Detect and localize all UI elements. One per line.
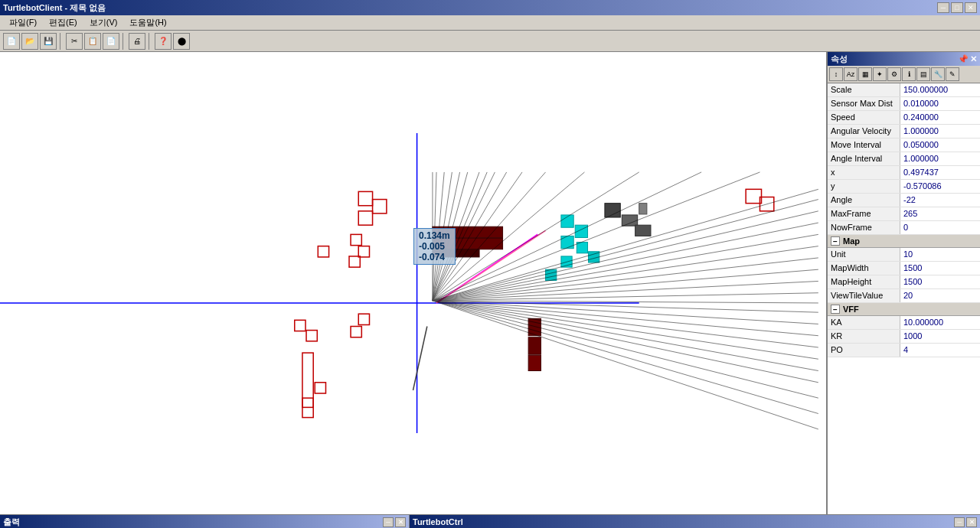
properties-pin[interactable]: 📌 bbox=[958, 54, 969, 64]
prop-max-frame-label: MaxFrame bbox=[828, 207, 900, 220]
props-tb-new[interactable]: ✦ bbox=[873, 67, 887, 81]
ctrl-close[interactable]: ✕ bbox=[966, 517, 977, 527]
prop-unit: Unit 10 bbox=[828, 248, 980, 262]
ctrl-minimize[interactable]: ─ bbox=[954, 517, 965, 527]
prop-angle-label: Angle bbox=[828, 194, 900, 207]
prop-view-tile-value-val[interactable]: 20 bbox=[900, 289, 980, 302]
log-title-buttons: ─ ✕ bbox=[383, 517, 406, 527]
main-layout: 0.134m -0.005 -0.074 속성 📌 ✕ ↕ Az ▦ ✦ ⚙ ℹ… bbox=[0, 52, 980, 514]
prop-po: PO 4 bbox=[828, 344, 980, 357]
prop-max-frame-value[interactable]: 265 bbox=[900, 207, 980, 220]
ctrl-title-buttons: ─ ✕ bbox=[954, 517, 977, 527]
menu-view[interactable]: 보기(V) bbox=[83, 15, 124, 30]
tb-paste[interactable]: 📄 bbox=[103, 33, 119, 50]
prop-max-frame: MaxFrame 265 bbox=[828, 207, 980, 221]
prop-angle-value[interactable]: -22 bbox=[900, 194, 980, 207]
prop-y-label: y bbox=[828, 180, 900, 193]
prop-angle-interval-value[interactable]: 1.000000 bbox=[900, 152, 980, 165]
vff-section-header[interactable]: − VFF bbox=[828, 303, 980, 316]
ctrl-title-text: TurtlebotCtrl bbox=[413, 517, 463, 526]
prop-scale-value[interactable]: 150.000000 bbox=[900, 83, 980, 96]
log-minimize[interactable]: ─ bbox=[383, 517, 394, 527]
prop-now-frame-label: NowFrame bbox=[828, 221, 900, 234]
prop-angle: Angle -22 bbox=[828, 194, 980, 207]
prop-y-value[interactable]: -0.570086 bbox=[900, 180, 980, 193]
vff-section-collapse[interactable]: − bbox=[831, 305, 840, 314]
tb-cut[interactable]: ✂ bbox=[66, 33, 83, 50]
prop-kr-label: KR bbox=[828, 330, 900, 343]
props-tb-gear[interactable]: ⚙ bbox=[887, 67, 901, 81]
prop-unit-label: Unit bbox=[828, 248, 900, 261]
prop-map-height-value[interactable]: 1500 bbox=[900, 275, 980, 288]
canvas-area[interactable]: 0.134m -0.005 -0.074 bbox=[0, 52, 827, 514]
tb-open[interactable]: 📂 bbox=[21, 33, 38, 50]
props-tb-info[interactable]: ℹ bbox=[902, 67, 916, 81]
vff-section-label: VFF bbox=[843, 305, 859, 314]
prop-angular-velocity: Angular Velocity 1.000000 bbox=[828, 125, 980, 139]
prop-kr-value[interactable]: 1000 bbox=[900, 330, 980, 343]
prop-angular-velocity-value[interactable]: 1.000000 bbox=[900, 125, 980, 138]
prop-move-interval-label: Move Interval bbox=[828, 139, 900, 152]
prop-x: x 0.497437 bbox=[828, 166, 980, 180]
ctrl-pane-title: TurtlebotCtrl ─ ✕ bbox=[410, 515, 980, 528]
window-title: TurtlebotClient - 제목 없음 bbox=[3, 2, 106, 14]
props-tb-extra2[interactable]: 🔧 bbox=[931, 67, 945, 81]
maximize-button[interactable]: □ bbox=[951, 2, 963, 13]
tb-new[interactable]: 📄 bbox=[3, 33, 20, 50]
prop-speed-value[interactable]: 0.240000 bbox=[900, 111, 980, 124]
prop-move-interval-value[interactable]: 0.050000 bbox=[900, 139, 980, 152]
menu-file[interactable]: 파일(F) bbox=[3, 15, 43, 30]
map-section-collapse[interactable]: − bbox=[831, 236, 840, 246]
prop-unit-value[interactable]: 10 bbox=[900, 248, 980, 261]
properties-toolbar: ↕ Az ▦ ✦ ⚙ ℹ ▤ 🔧 ✎ bbox=[828, 66, 980, 83]
prop-now-frame: NowFrame 0 bbox=[828, 221, 980, 235]
svg-rect-35 bbox=[528, 355, 541, 370]
prop-kr: KR 1000 bbox=[828, 330, 980, 344]
close-button[interactable]: ✕ bbox=[965, 2, 977, 13]
map-section-label: Map bbox=[843, 236, 860, 246]
prop-x-value[interactable]: 0.497437 bbox=[900, 166, 980, 179]
log-title-text: 출력 bbox=[3, 517, 20, 528]
prop-move-interval: Move Interval 0.050000 bbox=[828, 139, 980, 152]
props-tb-extra3[interactable]: ✎ bbox=[946, 67, 959, 81]
tb-help[interactable]: ❓ bbox=[155, 33, 172, 50]
menu-edit[interactable]: 편집(E) bbox=[43, 15, 83, 30]
prop-now-frame-value[interactable]: 0 bbox=[900, 221, 980, 234]
tb-save[interactable]: 💾 bbox=[40, 33, 57, 50]
tb-print[interactable]: 🖨 bbox=[129, 33, 145, 50]
prop-po-value[interactable]: 4 bbox=[900, 344, 980, 357]
svg-rect-30 bbox=[639, 204, 647, 214]
prop-angle-interval: Angle Interval 1.000000 bbox=[828, 152, 980, 166]
svg-rect-27 bbox=[605, 204, 620, 217]
canvas-svg bbox=[0, 52, 826, 514]
properties-content: Scale 150.000000 Sensor Max Dist 0.01000… bbox=[828, 83, 980, 514]
properties-close[interactable]: ✕ bbox=[970, 54, 977, 64]
props-tb-cat[interactable]: ▦ bbox=[858, 67, 872, 81]
svg-rect-23 bbox=[577, 243, 587, 253]
map-section-header[interactable]: − Map bbox=[828, 235, 980, 248]
title-bar: TurtlebotClient - 제목 없음 ─ □ ✕ bbox=[0, 0, 980, 15]
properties-title: 속성 bbox=[831, 54, 848, 65]
prop-sensor-max-dist: Sensor Max Dist 0.010000 bbox=[828, 97, 980, 111]
menu-help[interactable]: 도움말(H) bbox=[123, 15, 172, 30]
properties-panel: 속성 📌 ✕ ↕ Az ▦ ✦ ⚙ ℹ ▤ 🔧 ✎ Scale 150.0000… bbox=[827, 52, 980, 514]
tb-sep3 bbox=[149, 33, 152, 50]
tb-copy[interactable]: 📋 bbox=[84, 33, 101, 50]
minimize-button[interactable]: ─ bbox=[937, 2, 949, 13]
prop-map-height: MapHeight 1500 bbox=[828, 275, 980, 289]
prop-ka: KA 10.000000 bbox=[828, 316, 980, 330]
prop-ka-value[interactable]: 10.000000 bbox=[900, 316, 980, 329]
props-tb-extra1[interactable]: ▤ bbox=[916, 67, 930, 81]
prop-angular-velocity-label: Angular Velocity bbox=[828, 125, 900, 138]
properties-title-bar: 속성 📌 ✕ bbox=[828, 52, 980, 66]
prop-map-width-label: MapWidth bbox=[828, 262, 900, 275]
log-close[interactable]: ✕ bbox=[395, 517, 406, 527]
prop-po-label: PO bbox=[828, 344, 900, 357]
prop-sensor-value[interactable]: 0.010000 bbox=[900, 97, 980, 110]
props-tb-sort[interactable]: ↕ bbox=[829, 67, 843, 81]
tb-extra[interactable]: ⬤ bbox=[173, 33, 190, 50]
svg-rect-34 bbox=[528, 337, 541, 354]
props-tb-az[interactable]: Az bbox=[844, 67, 858, 81]
prop-map-width-value[interactable]: 1500 bbox=[900, 262, 980, 275]
menu-bar: 파일(F) 편집(E) 보기(V) 도움말(H) bbox=[0, 15, 980, 31]
